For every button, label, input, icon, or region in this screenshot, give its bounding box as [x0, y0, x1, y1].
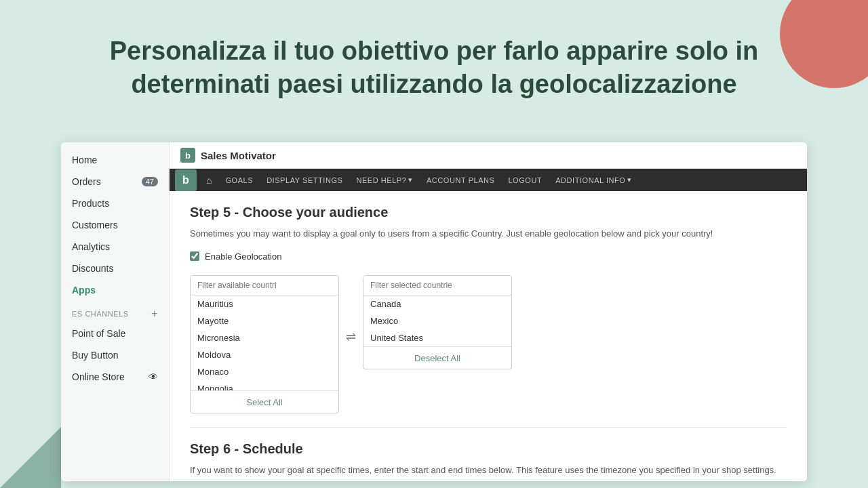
sidebar-item-products[interactable]: Products — [61, 192, 169, 214]
app-name: Sales Motivator — [201, 150, 276, 161]
geolocation-checkbox-row: Enable Geolocation — [190, 251, 787, 262]
list-item[interactable]: Mongolia — [191, 380, 338, 390]
list-item[interactable]: Mayotte — [191, 312, 338, 329]
step5-title: Step 5 - Choose your audience — [190, 205, 787, 220]
app-window: Home Orders 47 Products Customers Analyt… — [61, 142, 807, 481]
chevron-down-icon-2: ▾ — [627, 176, 632, 184]
sidebar-item-analytics[interactable]: Analytics — [61, 236, 169, 258]
step6-description: If you want to show your goal at specifi… — [190, 464, 787, 477]
nav-logo: b — [175, 169, 197, 191]
list-item[interactable]: Canada — [363, 296, 511, 312]
sidebar-channels-section: ES CHANNELS + — [61, 301, 169, 323]
app-header: b Sales Motivator — [170, 142, 807, 169]
content-area: Step 5 - Choose your audience Sometimes … — [170, 191, 807, 481]
geolocation-checkbox[interactable] — [190, 251, 199, 261]
step6-section: Step 6 - Schedule If you want to show yo… — [190, 427, 787, 477]
main-content: b Sales Motivator b ⌂ GOALS DISPLAY SETT… — [170, 142, 807, 481]
step5-section: Step 5 - Choose your audience Sometimes … — [190, 205, 787, 413]
step6-title: Step 6 - Schedule — [190, 441, 787, 457]
available-countries-list: Mauritius Mayotte Micronesia Moldova Mon… — [191, 296, 338, 390]
selected-countries-footer: Deselect All — [363, 346, 511, 369]
sidebar-item-discounts[interactable]: Discounts — [61, 258, 169, 279]
list-item[interactable]: Mexico — [363, 312, 511, 329]
available-countries-filter[interactable] — [191, 276, 338, 296]
nav-display-settings[interactable]: DISPLAY SETTINGS — [260, 169, 349, 191]
nav-account-plans[interactable]: ACCOUNT PLANS — [420, 169, 501, 191]
step5-description: Sometimes you may want to display a goal… — [190, 227, 787, 241]
sidebar-item-online-store[interactable]: Online Store 👁 — [61, 366, 169, 388]
header-logo: b — [180, 148, 195, 163]
nav-home-icon[interactable]: ⌂ — [199, 169, 218, 191]
hero-section: Personalizza il tuo obiettivo per farlo … — [0, 0, 868, 136]
transfer-icon: ⇌ — [346, 275, 356, 344]
nav-additional-info[interactable]: ADDITIONAL INFO ▾ — [549, 169, 639, 191]
selected-countries-filter[interactable] — [363, 276, 511, 296]
chevron-down-icon: ▾ — [408, 176, 413, 184]
nav-goals[interactable]: GOALS — [218, 169, 260, 191]
orders-badge: 47 — [142, 177, 158, 186]
sidebar-item-apps[interactable]: Apps — [61, 279, 169, 301]
deselect-all-button[interactable]: Deselect All — [414, 353, 460, 363]
sidebar-item-orders[interactable]: Orders 47 — [61, 171, 169, 192]
nav-bar: b ⌂ GOALS DISPLAY SETTINGS NEED HELP? ▾ … — [170, 169, 807, 191]
selected-countries-box: Canada Mexico United States Deselect All — [363, 275, 512, 369]
country-selection: Mauritius Mayotte Micronesia Moldova Mon… — [190, 275, 787, 413]
eye-icon: 👁 — [149, 371, 158, 382]
selected-countries-list: Canada Mexico United States — [363, 296, 511, 346]
sidebar-item-home[interactable]: Home — [61, 149, 169, 171]
geolocation-label: Enable Geolocation — [205, 251, 281, 262]
select-all-button[interactable]: Select All — [246, 397, 282, 407]
sidebar-item-pos[interactable]: Point of Sale — [61, 323, 169, 344]
add-channel-icon[interactable]: + — [151, 308, 158, 320]
list-item[interactable]: Mauritius — [191, 296, 338, 312]
sidebar-item-buy-button[interactable]: Buy Button — [61, 344, 169, 366]
nav-need-help[interactable]: NEED HELP? ▾ — [349, 169, 420, 191]
available-countries-footer: Select All — [191, 390, 338, 413]
available-countries-box: Mauritius Mayotte Micronesia Moldova Mon… — [190, 275, 339, 413]
list-item[interactable]: Monaco — [191, 363, 338, 380]
teal-decoration — [0, 427, 61, 488]
hero-title: Personalizza il tuo obiettivo per farlo … — [41, 35, 827, 102]
list-item[interactable]: Micronesia — [191, 329, 338, 346]
sidebar: Home Orders 47 Products Customers Analyt… — [61, 142, 170, 481]
nav-logout[interactable]: LOGOUT — [501, 169, 549, 191]
list-item[interactable]: Moldova — [191, 346, 338, 363]
sidebar-item-customers[interactable]: Customers — [61, 214, 169, 236]
list-item[interactable]: United States — [363, 329, 511, 346]
